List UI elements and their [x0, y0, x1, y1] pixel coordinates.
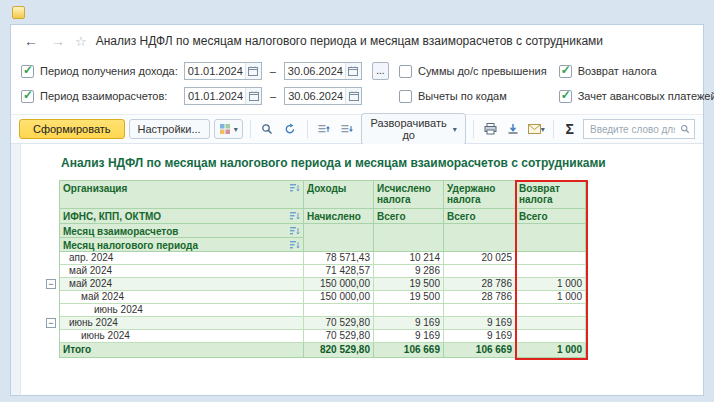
cell-tax-return: 1 000 [516, 278, 586, 291]
sort-icon[interactable] [290, 241, 300, 252]
report-title: Анализ НДФЛ по месяцам налогового период… [61, 156, 703, 170]
row-label-cell: апр. 2024 [60, 252, 304, 265]
expand-to-button[interactable]: Разворачивать до ▾ [361, 113, 466, 145]
deductions-by-codes-checkbox[interactable] [399, 90, 412, 103]
cell-withheld-tax [444, 265, 516, 278]
row-label: июнь 2024 [69, 317, 118, 328]
header-cell-calculated-tax: Исчислено налога [374, 181, 444, 209]
settlement-period-checkbox[interactable] [21, 90, 34, 103]
income-period-to-field: 30.06.2024 [284, 62, 362, 80]
period-more-button[interactable]: ... [372, 62, 389, 80]
calendar-icon[interactable] [345, 88, 361, 104]
page-title: Анализ НДФЛ по месяцам налогового период… [96, 34, 603, 48]
settlement-period-from-input[interactable]: 01.01.2024 [185, 90, 245, 102]
cell-income: 150 000,00 [304, 278, 374, 291]
header-label: Месяц взаиморасчетов [63, 226, 178, 237]
toolbar-separator [250, 120, 251, 138]
sort-icon[interactable] [290, 212, 300, 223]
back-icon[interactable]: ← [21, 32, 41, 50]
header-cell-tax-period-month: Месяц налогового периода [60, 238, 304, 252]
total-cell-withheld-tax: 106 669 [444, 343, 516, 358]
toolbar-separator [553, 120, 554, 138]
header-filler-cell [444, 224, 516, 252]
row-label: апр. 2024 [69, 252, 113, 263]
refresh-icon[interactable] [281, 119, 300, 139]
settlement-period-to-input[interactable]: 30.06.2024 [285, 90, 345, 102]
report-left-strip [11, 144, 21, 395]
header-filler-cell [374, 224, 444, 252]
header-cell-ifns: ИФНС, КПП, ОКТМО [60, 209, 304, 224]
generate-button[interactable]: Сформировать [19, 119, 125, 139]
table-row: июнь 2024 [60, 304, 586, 317]
cell-calculated-tax: 10 214 [374, 252, 444, 265]
total-cell-tax-return: 1 000 [516, 343, 586, 358]
collapse-groups-icon[interactable] [314, 119, 333, 139]
income-period-checkbox[interactable] [21, 65, 34, 78]
cell-tax-return: 1 000 [516, 291, 586, 304]
settlement-period-label: Период взаиморасчетов: [40, 90, 178, 102]
header-filler-cell [304, 224, 374, 252]
income-period-from-input[interactable]: 01.01.2024 [185, 65, 245, 77]
header-cell-tax-return: Возврат налога [516, 181, 586, 209]
save-icon[interactable] [504, 119, 523, 139]
row-label-cell: июнь 2024 [60, 330, 304, 343]
favorite-star-icon[interactable]: ☆ [75, 34, 87, 49]
row-label-cell: − май 2024 [60, 278, 304, 291]
settlement-period-row: Период взаиморасчетов: 01.01.2024 – 30.0… [21, 86, 389, 106]
cell-withheld-tax: 9 169 [444, 330, 516, 343]
cell-withheld-tax: 28 786 [444, 291, 516, 304]
table-group-row: − май 2024 150 000,00 19 500 28 786 1 00… [60, 278, 586, 291]
row-label: май 2024 [81, 291, 124, 302]
header-cell-organization: Организация [60, 181, 304, 209]
autosum-button[interactable]: Σ [561, 121, 579, 137]
cell-calculated-tax: 9 286 [374, 265, 444, 278]
income-period-to-input[interactable]: 30.06.2024 [285, 65, 345, 77]
forward-icon[interactable]: → [48, 32, 68, 50]
report-area: Анализ НДФЛ по месяцам налогового период… [11, 144, 703, 395]
search-input[interactable] [588, 123, 677, 136]
deductions-by-codes-label: Вычеты по кодам [418, 90, 507, 102]
grouping-gutter [21, 144, 51, 395]
row-label: май 2024 [69, 265, 112, 276]
row-label-cell: июнь 2024 [60, 304, 304, 317]
table-total-row: Итого 820 529,80 106 669 106 669 1 000 [60, 343, 586, 358]
group-collapse-button[interactable]: − [46, 279, 56, 289]
cell-tax-return [516, 252, 586, 265]
header-subcell-income: Начислено [304, 209, 374, 224]
report-variants-button[interactable]: ▾ [214, 119, 243, 139]
row-label-cell: май 2024 [60, 291, 304, 304]
total-cell-income: 820 529,80 [304, 343, 374, 358]
cell-income: 70 529,80 [304, 330, 374, 343]
cell-calculated-tax: 19 500 [374, 291, 444, 304]
cell-calculated-tax [374, 304, 444, 317]
print-icon[interactable] [481, 119, 500, 139]
settings-button[interactable]: Настройки... [129, 119, 210, 139]
total-cell-calculated-tax: 106 669 [374, 343, 444, 358]
date-range-dash: – [270, 65, 276, 77]
header-filler-cell [516, 224, 586, 252]
settlement-period-to-field: 30.06.2024 [284, 87, 362, 105]
row-label-cell: − июнь 2024 [60, 317, 304, 330]
settlement-period-from-field: 01.01.2024 [184, 87, 262, 105]
calendar-icon[interactable] [245, 88, 261, 104]
sort-icon[interactable] [290, 184, 300, 195]
header-cell-withheld-tax: Удержано налога [444, 181, 516, 209]
date-range-dash: – [270, 90, 276, 102]
calendar-icon[interactable] [245, 63, 261, 79]
cell-income: 78 571,43 [304, 252, 374, 265]
header-label: ИФНС, КПП, ОКТМО [63, 211, 161, 222]
chevron-down-icon: ▾ [234, 125, 238, 134]
total-label: Итого [63, 344, 91, 355]
group-collapse-button[interactable]: − [46, 318, 56, 328]
advance-offset-checkbox[interactable] [559, 90, 572, 103]
email-icon[interactable]: ▾ [527, 119, 546, 139]
expand-groups-icon[interactable] [338, 119, 357, 139]
tax-return-checkbox[interactable] [559, 65, 572, 78]
excess-sums-checkbox[interactable] [399, 65, 412, 78]
row-label: июнь 2024 [81, 330, 130, 341]
sort-icon[interactable] [290, 227, 300, 238]
table-group-row: − июнь 2024 70 529,80 9 169 9 169 [60, 317, 586, 330]
search-icon[interactable] [258, 119, 277, 139]
calendar-icon[interactable] [345, 63, 361, 79]
total-label-cell: Итого [60, 343, 304, 358]
